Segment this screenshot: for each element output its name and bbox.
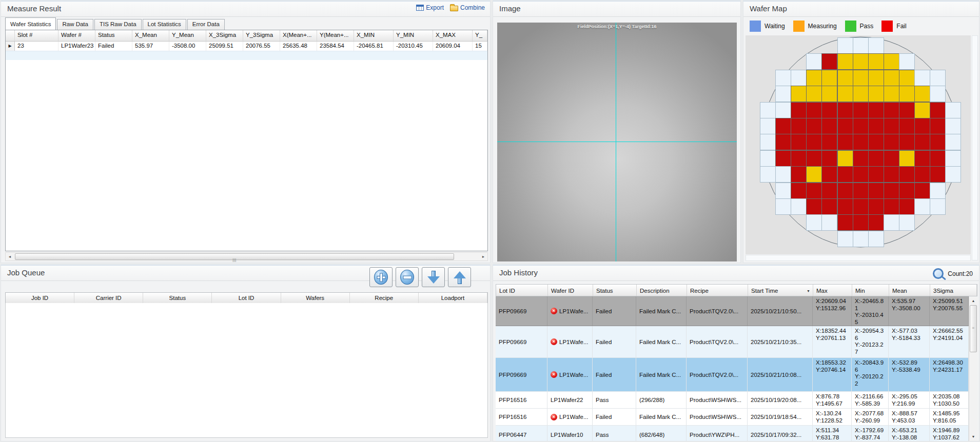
remove-job-button[interactable] — [396, 267, 419, 287]
wafer-die[interactable] — [930, 86, 946, 102]
wafer-die[interactable] — [884, 150, 899, 167]
wafer-die[interactable] — [914, 183, 930, 199]
wafer-die[interactable] — [791, 134, 807, 150]
wafer-die[interactable] — [853, 214, 869, 231]
job-history-row[interactable]: PFP09669×LP1Wafe...FailedFailed Mark C..… — [496, 326, 969, 358]
wafer-die[interactable] — [868, 118, 884, 134]
wafer-die[interactable] — [914, 102, 930, 118]
wafer-die[interactable] — [884, 70, 899, 86]
wafer-die[interactable] — [791, 183, 807, 199]
wafer-die[interactable] — [775, 134, 791, 150]
wafer-die[interactable] — [760, 150, 776, 167]
wafer-die[interactable] — [837, 70, 853, 86]
wafer-die[interactable] — [760, 134, 776, 150]
horizontal-scrollbar[interactable]: ◄ ||| ► — [5, 252, 488, 261]
search-icon[interactable] — [933, 268, 944, 279]
job-history-row[interactable]: PFP09669×LP1Wafe...FailedFailed Mark C..… — [496, 358, 969, 392]
column-header-x-3sigma[interactable]: X_3Sigma — [206, 30, 243, 41]
job-history-row[interactable]: PFP16516×LP1Wafe...FailedFailed Mark C..… — [496, 409, 969, 426]
wafer-die[interactable] — [899, 118, 915, 134]
wafer-die[interactable] — [821, 150, 837, 167]
wafer-die[interactable] — [821, 53, 837, 70]
combine-button[interactable]: Combine — [450, 4, 485, 11]
wafer-die[interactable] — [775, 150, 791, 167]
column-header-status[interactable]: Status — [143, 293, 212, 303]
column-header-lot-id[interactable]: Lot ID — [212, 293, 281, 303]
column-header-start-time[interactable]: Start Time▼ — [748, 285, 813, 296]
column-header-max[interactable]: Max — [813, 285, 852, 296]
wafer-die[interactable] — [853, 86, 869, 102]
wafer-die[interactable] — [853, 183, 869, 199]
tab-lot-statistics[interactable]: Lot Statistics — [143, 19, 186, 30]
wafer-die[interactable] — [837, 118, 853, 134]
column-header-wafers[interactable]: Wafers — [281, 293, 350, 303]
wafer-die[interactable] — [853, 70, 869, 86]
column-header-3sigma[interactable]: 3Sigma — [930, 285, 977, 296]
scrollbar-thumb[interactable]: = — [970, 305, 977, 352]
column-header-loadport[interactable]: Loadport — [419, 293, 487, 303]
job-history-row[interactable]: PFP16516LP1Wafer22Pass(296/288)Product\W… — [496, 392, 969, 409]
wafer-die[interactable] — [853, 134, 869, 150]
wafer-die[interactable] — [868, 214, 884, 231]
column-header-min[interactable]: Min — [852, 285, 889, 296]
column-header-recipe[interactable]: Recipe — [687, 285, 748, 296]
column-header-lot-id[interactable]: Lot ID — [496, 285, 548, 296]
wafer-die[interactable] — [930, 102, 946, 118]
wafer-die[interactable] — [914, 198, 930, 215]
scroll-up-arrow[interactable]: ▲ — [969, 297, 977, 305]
wafer-die[interactable] — [930, 198, 946, 215]
column-header-description[interactable]: Description — [637, 285, 687, 296]
wafer-die[interactable] — [899, 134, 915, 150]
wafer-die[interactable] — [837, 166, 853, 183]
wafer-die[interactable] — [806, 150, 822, 167]
wafer-die[interactable] — [853, 166, 869, 183]
wafer-die[interactable] — [930, 70, 946, 86]
wafer-die[interactable] — [868, 183, 884, 199]
wafer-die[interactable] — [837, 134, 853, 150]
wafer-die[interactable] — [884, 183, 899, 199]
wafer-die[interactable] — [899, 86, 915, 102]
column-header-wafer-id[interactable]: Wafer ID — [548, 285, 593, 296]
scroll-down-arrow[interactable]: ▼ — [969, 433, 977, 440]
wafer-die[interactable] — [821, 86, 837, 102]
wafer-die[interactable] — [884, 166, 899, 183]
column-header-x-mean[interactable]: X(Mean+... — [280, 30, 317, 41]
wafer-die[interactable] — [760, 166, 776, 183]
wafer-die[interactable] — [806, 198, 822, 215]
job-history-row[interactable]: PFP06447LP1Wafer10Pass(682/648)Product\Y… — [496, 426, 969, 441]
wafer-die[interactable] — [791, 150, 807, 167]
wafer-die[interactable] — [914, 86, 930, 102]
wafer-die[interactable] — [853, 53, 869, 70]
wafer-die[interactable] — [884, 134, 899, 150]
wafer-die[interactable] — [853, 102, 869, 118]
wafer-die[interactable] — [853, 198, 869, 215]
wafer-die[interactable] — [837, 150, 853, 167]
wafer-die[interactable] — [853, 118, 869, 134]
wafer-die[interactable] — [806, 166, 822, 183]
wafer-die[interactable] — [806, 214, 822, 231]
column-header-job-id[interactable]: Job ID — [6, 293, 74, 303]
wafer-die[interactable] — [821, 134, 837, 150]
wafer-die[interactable] — [775, 166, 791, 183]
wafer-die[interactable] — [914, 150, 930, 167]
wafer-die[interactable] — [884, 86, 899, 102]
column-header-carrier-id[interactable]: Carrier ID — [74, 293, 143, 303]
scroll-left-arrow[interactable]: ◄ — [6, 253, 14, 260]
wafer-die[interactable] — [853, 37, 869, 54]
wafer-die[interactable] — [760, 102, 776, 118]
wafer-die[interactable] — [945, 134, 961, 150]
wafer-die[interactable] — [775, 70, 791, 86]
wafer-die[interactable] — [914, 166, 930, 183]
wafer-die[interactable] — [806, 118, 822, 134]
column-header-status[interactable]: Status — [593, 285, 637, 296]
wafer-die[interactable] — [775, 102, 791, 118]
wafer-die[interactable] — [821, 214, 837, 231]
wafer-die[interactable] — [791, 102, 807, 118]
tab-wafer-statistics[interactable]: Wafer Statistics — [5, 17, 56, 30]
column-header-recipe[interactable]: Recipe — [350, 293, 419, 303]
wafer-die[interactable] — [806, 183, 822, 199]
wafer-die[interactable] — [760, 118, 776, 134]
wafer-die[interactable] — [837, 102, 853, 118]
wafer-die[interactable] — [791, 166, 807, 183]
column-header-wafer[interactable]: Wafer # — [58, 30, 95, 41]
